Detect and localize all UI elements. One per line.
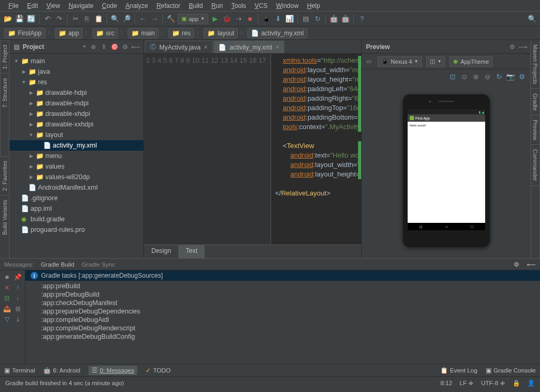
android-tab[interactable]: 🤖6: Android bbox=[43, 367, 80, 374]
down-icon[interactable]: ↓ bbox=[13, 293, 23, 303]
breadcrumb-item[interactable]: 📁res bbox=[168, 28, 195, 38]
zoom-in-icon[interactable]: ⊕ bbox=[471, 72, 480, 81]
orientation-icon[interactable]: ▭ bbox=[366, 58, 373, 65]
menu-navigate[interactable]: Navigate bbox=[64, 1, 98, 10]
close-icon[interactable]: ✕ bbox=[204, 44, 208, 50]
tool-tab[interactable]: Build Variants bbox=[0, 195, 9, 239]
line-ending[interactable]: LF ≑ bbox=[460, 379, 474, 387]
tree-node[interactable]: 📄activity_my.xml bbox=[9, 140, 143, 151]
tree-node[interactable]: ▶📁drawable-mdpi bbox=[9, 98, 143, 109]
help-icon[interactable]: ? bbox=[357, 14, 367, 24]
replace-icon[interactable]: 🔎 bbox=[122, 14, 131, 24]
breadcrumb-item[interactable]: 📁main bbox=[128, 28, 159, 38]
stop-icon[interactable]: ■ bbox=[2, 272, 12, 282]
hide-icon[interactable]: ⟶ bbox=[519, 43, 526, 51]
gradle-build-tab[interactable]: Gradle Build bbox=[41, 261, 74, 268]
back-icon[interactable]: ← bbox=[138, 14, 148, 24]
messages-tab[interactable]: ☰0: Messages bbox=[89, 366, 137, 375]
tree-node[interactable]: 📄.gitignore bbox=[9, 193, 143, 203]
tool-tab[interactable]: Commander bbox=[531, 145, 539, 186]
attach-icon[interactable]: ⇢ bbox=[234, 14, 243, 24]
tool-tab[interactable]: 2: Favorites bbox=[0, 156, 9, 195]
collapse-icon[interactable]: ⊟ bbox=[2, 293, 12, 303]
api-selector[interactable]: ◫▼ bbox=[426, 56, 445, 67]
tree-node[interactable]: ▶📁menu bbox=[9, 151, 143, 161]
autoscroll-icon[interactable]: 🎯 bbox=[111, 43, 118, 51]
tree-node[interactable]: ▶📁java bbox=[9, 66, 143, 77]
hector-icon[interactable]: 👤 bbox=[527, 379, 535, 387]
event-log-tab[interactable]: 📋Event Log bbox=[440, 367, 477, 374]
redo-icon[interactable]: ↷ bbox=[54, 14, 64, 24]
zoom-actual-icon[interactable]: ⊙ bbox=[460, 72, 468, 81]
messages-output[interactable]: i Gradle tasks [:app:generateDebugSource… bbox=[25, 270, 540, 364]
code-text[interactable]: xmlns:tools="http://schemas.android.co a… bbox=[271, 54, 361, 244]
gradle-sync-tab[interactable]: Gradle Sync bbox=[82, 261, 115, 268]
refresh-icon[interactable]: ↻ bbox=[495, 72, 503, 81]
tree-node[interactable]: 📄app.iml bbox=[9, 203, 143, 214]
settings-icon[interactable]: ⚙ bbox=[518, 72, 526, 81]
tool-tab[interactable]: 7: Structure bbox=[1, 73, 9, 112]
debug-icon[interactable]: 🐞 bbox=[222, 14, 232, 24]
tree-node[interactable]: ▼📁layout bbox=[9, 130, 143, 140]
tree-node[interactable]: 📄AndroidManifest.xml bbox=[9, 182, 143, 193]
tree-node[interactable]: ▶📁values-w820dp bbox=[9, 172, 143, 182]
export-icon[interactable]: 📤 bbox=[2, 304, 12, 313]
tool-tab[interactable]: Preview bbox=[531, 115, 539, 145]
zoom-fit-icon[interactable]: ⊡ bbox=[448, 72, 457, 81]
tree-node[interactable]: ▶📁values bbox=[9, 161, 143, 172]
code-editor[interactable]: 2 3 4 5 6 7 8 9 10 11 12 13 14 15 16 17 … bbox=[144, 54, 361, 244]
menu-window[interactable]: Window bbox=[272, 1, 303, 10]
zoom-out-icon[interactable]: ⊖ bbox=[483, 72, 491, 81]
run-config-selector[interactable]: ▣app▼ bbox=[178, 14, 208, 24]
todo-tab[interactable]: ✓TODO bbox=[146, 367, 170, 374]
undo-icon[interactable]: ↶ bbox=[43, 14, 52, 24]
device-selector[interactable]: 📱Nexus 4▼ bbox=[378, 56, 422, 67]
gradle-console-tab[interactable]: ▣Gradle Console bbox=[486, 367, 536, 374]
up-icon[interactable]: ↑ bbox=[13, 283, 23, 292]
find-icon[interactable]: 🔍 bbox=[110, 14, 120, 24]
sync2-icon[interactable]: ↻ bbox=[313, 14, 322, 24]
menu-build[interactable]: Build bbox=[185, 1, 207, 10]
sync-icon[interactable]: 🔄 bbox=[26, 14, 36, 24]
tree-node[interactable]: ◉build.gradle bbox=[9, 214, 143, 224]
breadcrumb-item[interactable]: 📁src bbox=[92, 28, 118, 38]
terminal-tab[interactable]: ▣Terminal bbox=[4, 367, 35, 374]
tree-node[interactable]: ▶📁drawable-hdpi bbox=[9, 87, 143, 98]
menu-file[interactable]: File bbox=[4, 1, 23, 10]
collapse-icon[interactable]: ⇕ bbox=[100, 43, 108, 51]
forward-icon[interactable]: → bbox=[150, 14, 159, 24]
make-icon[interactable]: 🔨 bbox=[166, 14, 176, 24]
menu-edit[interactable]: Edit bbox=[23, 1, 42, 10]
chevron-down-icon[interactable]: ▼ bbox=[82, 44, 86, 49]
menu-analyze[interactable]: Analyze bbox=[121, 1, 152, 10]
gear-icon[interactable]: ⚙ bbox=[508, 43, 516, 51]
camera-icon[interactable]: 📷 bbox=[506, 72, 515, 81]
menu-run[interactable]: Run bbox=[207, 1, 227, 10]
tree-node[interactable]: ▼📁main bbox=[9, 56, 143, 66]
editor-tab[interactable]: 📄activity_my.xml✕ bbox=[214, 41, 284, 53]
menu-vcs[interactable]: VCS bbox=[250, 1, 272, 10]
hide-icon[interactable]: ⟵ bbox=[132, 43, 139, 51]
gear-icon[interactable]: ⚙ bbox=[514, 261, 519, 268]
hide-icon[interactable]: ⟵ bbox=[527, 261, 536, 268]
tree-node[interactable]: ▶📁drawable-xhdpi bbox=[9, 109, 143, 119]
gear-icon[interactable]: ⚙ bbox=[121, 43, 129, 51]
tool-tab[interactable]: 1: Project bbox=[1, 40, 9, 73]
close-icon[interactable]: ✕ bbox=[2, 283, 12, 292]
breadcrumb-item[interactable]: 📄activity_my.xml bbox=[247, 28, 307, 38]
sdk-icon[interactable]: ⬇ bbox=[273, 14, 283, 24]
tool-tab[interactable]: Gradle bbox=[531, 89, 539, 115]
structure-icon[interactable]: ▤ bbox=[301, 14, 311, 24]
menu-view[interactable]: View bbox=[42, 1, 64, 10]
android2-icon[interactable]: 🤖 bbox=[341, 14, 350, 24]
autoscroll-icon[interactable]: ⤓ bbox=[13, 315, 23, 324]
tool-tab[interactable]: Maven Projects bbox=[531, 40, 539, 89]
theme-selector[interactable]: ◉AppTheme bbox=[449, 56, 493, 67]
cursor-position[interactable]: 8:12 bbox=[440, 380, 452, 386]
breadcrumb-item[interactable]: 📁layout bbox=[204, 28, 238, 38]
paste-icon[interactable]: 📋 bbox=[94, 14, 103, 24]
breadcrumb-item[interactable]: 📁FirstApp bbox=[4, 28, 45, 38]
search-everywhere-icon[interactable]: 🔍 bbox=[527, 14, 537, 24]
menu-help[interactable]: Help bbox=[303, 1, 324, 10]
monitor-icon[interactable]: 📊 bbox=[285, 14, 294, 24]
